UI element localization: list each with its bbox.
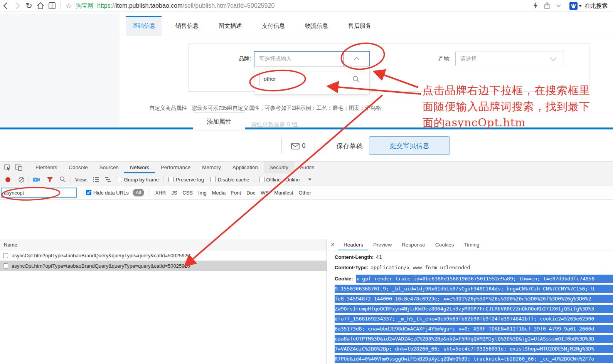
preserve-log-checkbox[interactable] [168, 177, 174, 182]
detail-tab-timing[interactable]: Timing [459, 239, 485, 250]
search-icon[interactable] [59, 176, 66, 183]
bookmark-star-icon[interactable]: ☆ [63, 0, 74, 11]
toolbar-divider [567, 2, 567, 10]
record-icon[interactable] [5, 177, 10, 182]
tab-logistics-info[interactable]: 物流信息 [299, 16, 334, 36]
tab-label: Application [232, 164, 258, 170]
network-request-row-selected[interactable]: asyncOpt.htm?optType=taobaoBrandQuery&qu… [0, 261, 327, 271]
devtools-tab-application[interactable]: Application [227, 161, 264, 173]
screen: ↻ ☆ 淘宝网 https://item.publish.taobao.com/… [0, 0, 613, 364]
devtools-tab-memory[interactable]: Memory [196, 161, 227, 173]
devtools-tab-network[interactable]: Network [124, 161, 155, 173]
message-count-button[interactable]: 0 [282, 138, 315, 154]
name-column-header[interactable]: Name [0, 239, 327, 250]
search-here-label[interactable]: 在此搜索 [584, 2, 608, 10]
tab-label: Headers [344, 242, 363, 248]
brand-input[interactable]: 可选择或输入 [254, 52, 344, 66]
tab-basic-info[interactable]: 基础信息 [126, 16, 162, 36]
detail-tabbar: × Headers Preview Response Cookies Timin… [327, 239, 613, 250]
cookie-line: 7=VADZ4ezC%2B8%2Bp; dnk=tb28260_66; skt=… [335, 345, 613, 353]
inspect-element-icon[interactable] [2, 162, 13, 173]
chevron-up-icon [352, 55, 361, 63]
filter-xhr[interactable]: XHR [155, 190, 166, 196]
filter-manifest[interactable]: Manifest [274, 190, 293, 196]
toolbar-chevron-down-icon[interactable] [553, 0, 564, 11]
view-waterfall-icon[interactable] [104, 176, 111, 183]
header-value: application/x-www-form-urlencoded [370, 265, 470, 270]
add-attribute-button[interactable]: 添加属性 [193, 112, 245, 131]
detail-tab-cookies[interactable]: Cookies [430, 239, 459, 250]
tab-description[interactable]: 图文描述 [212, 16, 248, 36]
device-toolbar-icon[interactable] [13, 162, 25, 173]
network-request-row[interactable]: asyncOpt.htm?optType=taobaoBrandQuery&qu… [0, 250, 327, 261]
home-icon[interactable] [35, 0, 46, 11]
tab-label: Console [69, 164, 88, 170]
inspect-cursor-icon [3, 163, 11, 171]
filter-funnel-icon[interactable] [47, 177, 53, 183]
devtools-tab-performance[interactable]: Performance [155, 161, 196, 173]
envelope-icon [291, 143, 300, 149]
back-icon[interactable] [0, 0, 12, 11]
devtools-tab-audits[interactable]: Audits [294, 161, 320, 173]
offline-checkbox[interactable] [259, 177, 264, 182]
site-name-label[interactable]: 淘宝网 [76, 2, 93, 10]
toolbar-divider [60, 2, 61, 10]
request-checkbox[interactable] [3, 253, 8, 258]
brand-search-input[interactable]: other [259, 72, 365, 86]
back-chevron-icon [2, 2, 10, 10]
disable-cache-checkbox[interactable] [211, 177, 216, 182]
devtools-tabbar: Elements Console Sources Network Perform… [0, 161, 613, 173]
hide-data-urls-checkbox[interactable] [86, 190, 91, 195]
view-list-icon[interactable] [93, 176, 99, 183]
submit-item-button[interactable]: 提交宝贝信息 [369, 136, 450, 155]
forward-icon[interactable] [12, 0, 23, 11]
throttling-dropdown-icon[interactable] [308, 178, 312, 181]
devtools-tab-elements[interactable]: Elements [30, 161, 63, 173]
filmstrip-camera-icon[interactable] [33, 177, 40, 183]
network-filter-input[interactable] [1, 188, 77, 198]
header-content-type: Content-Type:application/x-www-form-urle… [335, 265, 470, 270]
tab-payment-info[interactable]: 支付信息 [256, 16, 291, 36]
tab-label: 售后服务 [348, 22, 371, 30]
offline-label: Offline [266, 177, 281, 183]
devtools-tab-sources[interactable]: Sources [94, 161, 125, 173]
search-icon [352, 75, 360, 83]
request-checkbox[interactable] [3, 263, 8, 268]
extensions-lightning-icon[interactable] [530, 0, 541, 11]
filter-img[interactable]: Img [198, 190, 207, 196]
origin-placeholder: 请选择 [460, 55, 477, 62]
devtools-tab-console[interactable]: Console [63, 161, 94, 173]
origin-select[interactable]: 请选择 [455, 52, 564, 66]
group-by-frame-checkbox[interactable] [117, 177, 122, 182]
filter-all[interactable]: All [133, 189, 144, 196]
brand-combo: 可选择或输入 [254, 51, 370, 67]
throttling-select[interactable]: Online [285, 177, 300, 183]
detail-tab-response[interactable]: Response [397, 239, 430, 250]
detail-tab-headers[interactable]: Headers [338, 239, 368, 250]
share-icon[interactable] [541, 0, 553, 11]
filter-css[interactable]: CSS [182, 190, 193, 196]
filter-font[interactable]: Font [231, 190, 241, 196]
search-engine-paw-icon[interactable] [569, 2, 578, 10]
close-icon[interactable]: × [327, 241, 338, 248]
filter-doc[interactable]: Doc [246, 190, 255, 196]
detail-tab-preview[interactable]: Preview [368, 239, 397, 250]
reading-list-icon[interactable] [46, 0, 58, 11]
tab-label: Timing [464, 242, 480, 248]
disable-cache-label: Disable cache [218, 177, 249, 183]
search-engine-dropdown-icon[interactable] [578, 4, 582, 8]
filter-other[interactable]: Other [298, 190, 311, 196]
cookie-line: dfa77_1568169234337; _m_h5_tk_enc=8cb9b6… [335, 315, 613, 323]
url-bar[interactable]: https://item.publish.taobao.com/sell/pub… [97, 2, 275, 9]
clear-icon[interactable] [18, 176, 25, 183]
brand-dropdown-button[interactable] [344, 52, 369, 66]
devtools-tab-security[interactable]: Security [264, 161, 294, 173]
preserve-log-label: Preserve log [176, 177, 204, 183]
tab-sales-info[interactable]: 销售信息 [169, 16, 205, 36]
refresh-icon[interactable]: ↻ [23, 0, 35, 11]
filter-ws[interactable]: WS [261, 190, 269, 196]
filter-media[interactable]: Media [212, 190, 226, 196]
filter-js[interactable]: JS [171, 190, 177, 196]
toolbar-divider [27, 163, 27, 171]
tab-after-sales[interactable]: 售后服务 [342, 16, 377, 36]
